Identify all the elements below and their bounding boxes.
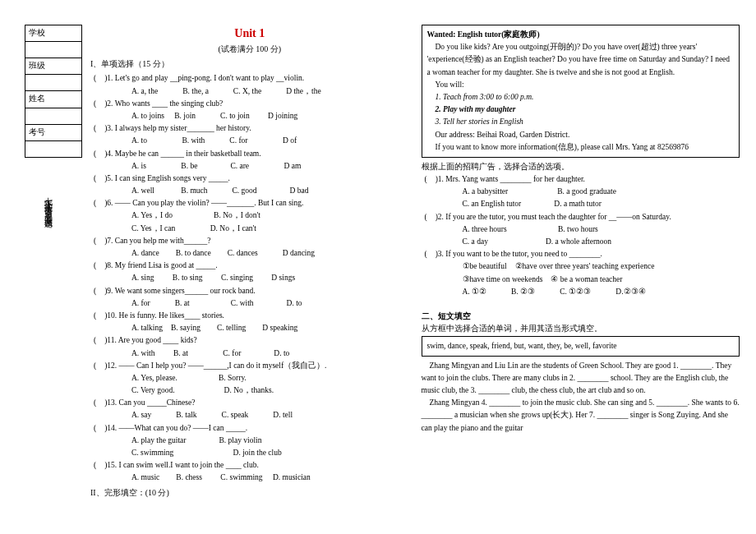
aq3: ( )3. If you want to be the tutor, you n…: [425, 248, 740, 260]
q7: ( )7. Can you help me with______?: [94, 235, 409, 247]
section2-head: II、完形填空：(10 分): [90, 486, 409, 499]
ad-p1: Do you like kids? Are you outgoing(开朗的)?…: [427, 41, 735, 79]
page-title: Unit 1: [90, 25, 409, 43]
info-blank: [25, 140, 82, 157]
ad-l3: 3. Tell her stories in English: [427, 116, 735, 128]
info-school: 学校: [25, 25, 82, 42]
q1-opts: A. a, the B. the, a C. X, the D the，the: [131, 85, 409, 98]
q9: ( )9. We want some singers______ our roc…: [94, 285, 409, 297]
ad-instruction: 根据上面的招聘广告，选择合适的选项。: [422, 161, 740, 173]
aq1-opts2: C. an English tutor D. a math tutor: [463, 198, 740, 210]
ad-p2: You will:: [427, 79, 735, 91]
q12-opts1: A. Yes, please. B. Sorry.: [131, 372, 409, 384]
aq2-opts2: C. a day D. a whole afternoon: [463, 236, 740, 248]
aq1: ( )1. Mrs. Yang wants ________ for her d…: [425, 173, 740, 186]
left-column: Unit 1 (试卷满分 100 分) I、单项选择（15 分） ( )1. L…: [90, 25, 409, 526]
q14: ( )14. ——What can you do? ——I can _____.: [94, 422, 409, 435]
q11: ( )11. Are you good ____ kids?: [94, 334, 409, 347]
ad-p4: If you want to know more information(信息)…: [427, 141, 735, 154]
q12: ( )12. —— Can I help you? ——______,I can…: [94, 360, 409, 372]
q13: ( )13. Can you _____Chinese?: [94, 397, 409, 409]
aq1-opts1: A. a babysitter B. a good graduate: [463, 186, 740, 198]
left-margin: 学校 班级 姓名 考号 七年下学期英语第一单元监测试题: [0, 0, 82, 534]
q14-opts1: A. play the guitar B. play violin: [131, 435, 409, 447]
right-column: Wanted: English tutor(家庭教师) Do you like …: [422, 25, 740, 526]
q13-opts: A. say B. talk C. speak D. tell: [131, 409, 409, 421]
passage-p1: Zhang Mingyan and Liu Lin are the studen…: [422, 360, 740, 398]
section3-head: 二、短文填空: [422, 311, 740, 323]
section3-inst: 从方框中选择合适的单词，并用其适当形式填空。: [422, 323, 740, 335]
q3: ( )3. I always help my sister_______ her…: [94, 122, 409, 135]
q4-opts: A. is B. be C. are D am: [131, 160, 409, 173]
section1-head: I、单项选择（15 分）: [90, 58, 409, 71]
q14-opts2: C. swimming D. join the club: [131, 447, 409, 459]
info-blank: [25, 42, 82, 58]
info-examno: 考号: [25, 124, 82, 140]
aq2-opts1: A. three hours B. two hours: [463, 223, 740, 236]
q5-opts: A. well B. much C. good D bad: [131, 185, 409, 197]
vertical-exam-title: 七年下学期英语第一单元监测试题: [41, 191, 54, 215]
info-class: 班级: [25, 58, 82, 75]
ad-box: Wanted: English tutor(家庭教师) Do you like …: [422, 25, 740, 158]
page-subtitle: (试卷满分 100 分): [90, 43, 409, 56]
q5: ( )5. I can sing English songs very ____…: [94, 173, 409, 185]
q10-opts: A. talking B. saying C. telling D speaki…: [131, 322, 409, 334]
ad-l1: 1. Teach from 3:00 to 6:00 p.m.: [427, 91, 735, 104]
aq3-a: ①be beautiful ②have over three years' te…: [463, 260, 740, 273]
info-name: 姓名: [25, 91, 82, 108]
q6-opts2: C. Yes，I can D. No，I can't: [131, 223, 409, 235]
q12-opts2: C. Very good. D. No，thanks.: [131, 384, 409, 397]
word-box: swim, dance, speak, friend, but, want, t…: [422, 336, 740, 357]
q10: ( )10. He is funny. He likes____ stories…: [94, 310, 409, 322]
main-content: Unit 1 (试卷满分 100 分) I、单项选择（15 分） ( )1. L…: [82, 0, 756, 534]
q15: ( )15. I can swim well.I want to join th…: [94, 459, 409, 472]
q1: ( )1. Let's go and play __ping-pong. I d…: [94, 72, 409, 85]
ad-l2: 2. Play with my daughter: [427, 104, 735, 116]
q4: ( )4. Maybe he can ______ in their baske…: [94, 148, 409, 160]
q11-opts: A. with B. at C. for D. to: [131, 348, 409, 360]
q6: ( )6. —— Can you play the violin? ——____…: [94, 197, 409, 209]
q2: ( )2. Who wants ____ the singing club?: [94, 98, 409, 110]
q9-opts: A. for B. at C. with D. to: [131, 297, 409, 310]
q6-opts1: A. Yes，I do B. No，I don't: [131, 209, 409, 222]
q8: ( )8. My friend Lisa is good at _____.: [94, 260, 409, 272]
student-info-table: 学校 班级 姓名 考号: [25, 25, 82, 158]
q15-opts: A. music B. chess C. swimming D. musicia…: [131, 472, 409, 484]
passage-p2: Zhang Mingyan 4. ________ to join the mu…: [422, 397, 740, 435]
ad-p3: Our address: Beihai Road, Garden Distric…: [427, 129, 735, 141]
ad-title: Wanted: English tutor(家庭教师): [427, 29, 735, 41]
aq3-b: ③have time on weekends ④ be a woman teac…: [463, 274, 740, 286]
aq3-opts: A. ①② B. ②③ C. ①②③ D.②③④: [463, 286, 740, 298]
aq2: ( )2. If you are the tutor, you must tea…: [425, 211, 740, 223]
info-blank: [25, 75, 82, 91]
q2-opts: A. to joins B. join C. to join D joining: [131, 110, 409, 122]
q8-opts: A. sing B. to sing C. singing D sings: [131, 272, 409, 284]
q7-opts: A. dance B. to dance C. dances D dancing: [131, 247, 409, 260]
info-blank: [25, 108, 82, 124]
q3-opts: A. to B. with C. for D of: [131, 135, 409, 147]
